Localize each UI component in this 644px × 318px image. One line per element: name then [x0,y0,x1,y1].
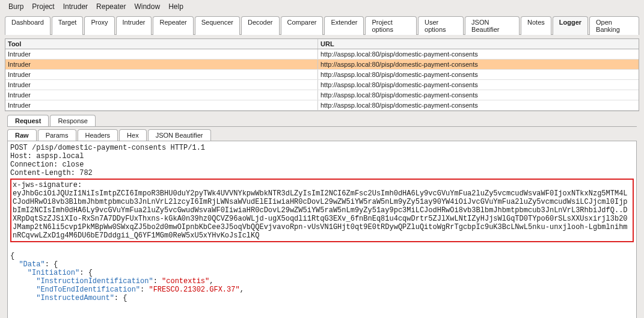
cell-tool: Intruder [5,70,318,79]
tab-response[interactable]: Response [50,115,96,126]
tab-logger[interactable]: Logger [553,16,588,35]
table-body: Intruderhttp://aspsp.local:80/pisp/domes… [5,49,639,111]
tab-sequencer[interactable]: Sequencer [195,16,240,35]
menu-item-help[interactable]: Help [168,2,183,11]
tab-request[interactable]: Request [7,115,49,126]
menu-item-window[interactable]: Window [134,2,160,11]
cell-tool: Intruder [5,49,318,59]
cell-tool: Intruder [5,90,318,100]
tab-json-beautifier[interactable]: JSON Beautifier [465,16,520,35]
cell-url: http://aspsp.local:80/pisp/domestic-paym… [318,80,639,90]
table-row[interactable]: Intruderhttp://aspsp.local:80/pisp/domes… [5,80,639,90]
format-tabs: RawParamsHeadersHexJSON Beautifier [7,129,637,141]
fmt-tab-headers[interactable]: Headers [78,129,118,141]
jws-signature-highlight: x-jws-signature: eyJhbGciOiJQUzI1NiIsImt… [10,179,634,242]
table-row[interactable]: Intruderhttp://aspsp.local:80/pisp/domes… [5,90,639,100]
rr-tabs-border [7,126,637,127]
tab-dashboard[interactable]: Dashboard [5,16,51,35]
fmt-tab-hex[interactable]: Hex [119,129,147,141]
table-row[interactable]: Intruderhttp://aspsp.local:80/pisp/domes… [5,100,639,111]
cell-tool: Intruder [5,60,318,69]
menu-item-project[interactable]: Project [32,2,54,11]
fmt-tab-json-beautifier[interactable]: JSON Beautifier [148,129,211,141]
menu-bar: BurpProjectIntruderRepeaterWindowHelp [0,0,644,13]
main-tabs: DashboardTargetProxyIntruderRepeaterSequ… [0,13,644,34]
tab-decoder[interactable]: Decoder [241,16,280,35]
request-response-tabs: RequestResponse [7,115,637,126]
cell-url: http://aspsp.local:80/pisp/domestic-paym… [318,90,639,100]
tab-project-options[interactable]: Project options [365,16,417,35]
tab-user-options[interactable]: User options [418,16,464,35]
menu-item-burp[interactable]: Burp [8,2,23,11]
tab-comparer[interactable]: Comparer [281,16,324,35]
tab-intruder[interactable]: Intruder [116,16,152,35]
cell-tool: Intruder [5,80,318,90]
fmt-tab-params[interactable]: Params [38,129,76,141]
table-header: Tool URL [5,39,639,49]
tab-proxy[interactable]: Proxy [84,16,114,35]
tab-target[interactable]: Target [52,16,84,35]
tab-extender[interactable]: Extender [324,16,364,35]
menu-item-intruder[interactable]: Intruder [63,2,88,11]
tab-repeater[interactable]: Repeater [153,16,193,35]
log-table: Tool URL Intruderhttp://aspsp.local:80/p… [5,38,639,111]
table-row[interactable]: Intruderhttp://aspsp.local:80/pisp/domes… [5,60,639,70]
app-window: BurpProjectIntruderRepeaterWindowHelp Da… [0,0,644,318]
column-header-url[interactable]: URL [318,39,639,49]
table-row[interactable]: Intruderhttp://aspsp.local:80/pisp/domes… [5,70,639,80]
table-row[interactable]: Intruderhttp://aspsp.local:80/pisp/domes… [5,49,639,60]
cell-url: http://aspsp.local:80/pisp/domestic-paym… [318,49,639,59]
cell-url: http://aspsp.local:80/pisp/domestic-paym… [318,100,639,110]
cell-url: http://aspsp.local:80/pisp/domestic-paym… [318,60,639,69]
request-raw-view[interactable]: POST /pisp/domestic-payment-consents HTT… [7,141,637,318]
menu-item-repeater[interactable]: Repeater [96,2,126,11]
column-header-tool[interactable]: Tool [5,39,318,49]
cell-tool: Intruder [5,100,318,110]
cell-url: http://aspsp.local:80/pisp/domestic-paym… [318,70,639,79]
tab-notes[interactable]: Notes [521,16,551,35]
tab-open-banking[interactable]: Open Banking [589,16,639,35]
fmt-tab-raw[interactable]: Raw [7,129,37,141]
